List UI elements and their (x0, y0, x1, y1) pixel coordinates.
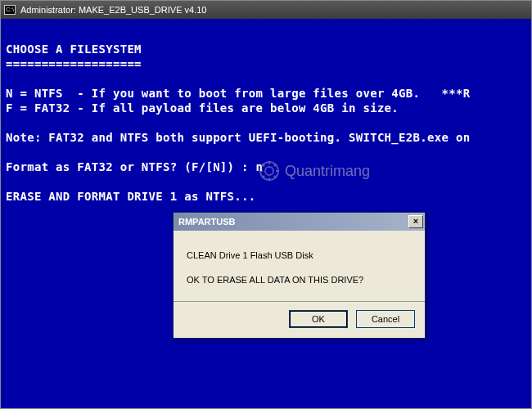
dialog-message-line1: CLEAN Drive 1 Flash USB Disk (187, 250, 412, 260)
console-option-f: F = FAT32 - If all payload files are bel… (6, 101, 399, 115)
window-title: Administrator: MAKE_E2B_USB_DRIVE v4.10 (20, 5, 206, 15)
window-titlebar: C:\ Administrator: MAKE_E2B_USB_DRIVE v4… (1, 1, 531, 19)
dialog-message-line2: OK TO ERASE ALL DATA ON THIS DRIVE? (187, 275, 412, 285)
confirm-dialog: RMPARTUSB × CLEAN Drive 1 Flash USB Disk… (173, 212, 426, 339)
dialog-button-row: OK Cancel (174, 302, 425, 338)
dialog-titlebar[interactable]: RMPARTUSB × (174, 213, 425, 231)
close-icon[interactable]: × (408, 215, 423, 228)
console-option-n: N = NTFS - If you want to boot from larg… (6, 87, 470, 100)
dialog-title-text: RMPARTUSB (178, 217, 235, 227)
console-prompt: Format as FAT32 or NTFS? (F/[N]) : n (6, 160, 263, 173)
cmd-icon: C:\ (4, 5, 16, 15)
cancel-button[interactable]: Cancel (356, 310, 415, 328)
console-note: Note: FAT32 and NTFS both support UEFI-b… (6, 131, 470, 144)
console-status: ERASE AND FORMAT DRIVE 1 as NTFS... (6, 190, 256, 203)
console-underline: =================== (6, 57, 142, 70)
dialog-body: CLEAN Drive 1 Flash USB Disk OK TO ERASE… (174, 231, 425, 296)
ok-button[interactable]: OK (289, 310, 348, 328)
console-heading: CHOOSE A FILESYSTEM (6, 43, 142, 56)
